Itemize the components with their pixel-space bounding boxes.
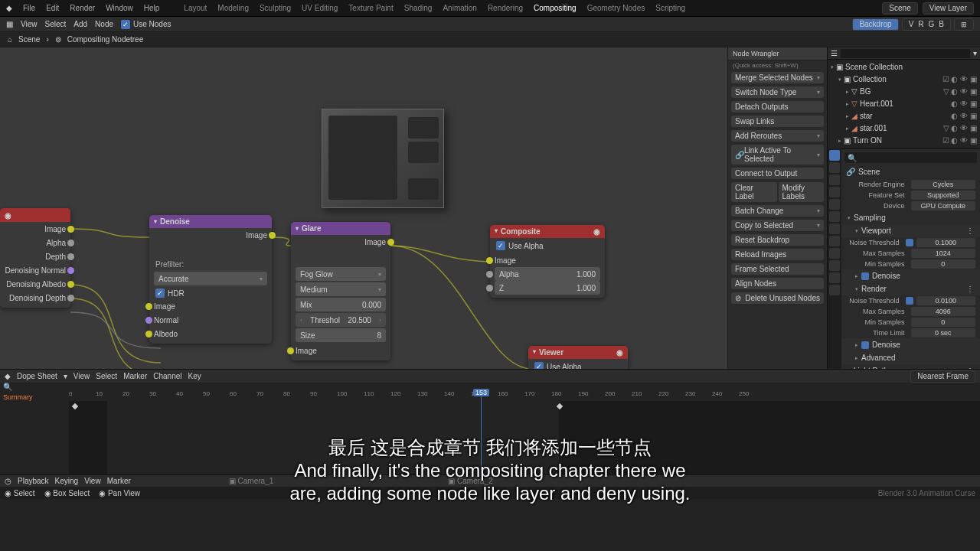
frame-selected[interactable]: Frame Selected xyxy=(731,263,824,275)
denoise-in-normal[interactable]: Normal xyxy=(149,313,272,327)
connect-output[interactable]: Connect to Output xyxy=(731,168,824,179)
summary-label[interactable]: Summary xyxy=(3,393,33,401)
menu-window[interactable]: Window xyxy=(106,4,133,12)
marker-cam1[interactable]: ▣ Camera_1 xyxy=(229,477,273,485)
ds-marker[interactable]: Marker xyxy=(123,372,147,380)
out-dn-normal[interactable]: Denoising Normal xyxy=(0,263,70,277)
breadcrumb-scene[interactable]: Scene xyxy=(18,35,40,44)
sel-box[interactable]: ◉ Box Select xyxy=(44,489,90,497)
use-nodes-checkbox[interactable]: Use Nodes xyxy=(121,20,171,29)
snap-pivot[interactable]: ⊞ xyxy=(954,18,974,31)
ds-key[interactable]: Key xyxy=(188,372,201,380)
device[interactable]: GPU Compute xyxy=(911,201,976,210)
vtab-render[interactable] xyxy=(829,150,840,161)
sampling-section[interactable]: ▾Sampling xyxy=(841,211,980,224)
header-select[interactable]: Select xyxy=(45,20,67,28)
reset-backdrop[interactable]: Reset Backdrop xyxy=(731,234,824,246)
denoise-node[interactable]: ▾Denoise Image Prefilter: Accurate▾ HDR … xyxy=(149,215,272,344)
delete-unused[interactable]: ⊘Delete Unused Nodes xyxy=(731,292,824,304)
composite-alpha[interactable]: Alpha1.000 xyxy=(490,267,605,281)
glare-in-image[interactable]: Image xyxy=(291,344,390,357)
menu-help[interactable]: Help xyxy=(144,4,160,12)
ds-select[interactable]: Select xyxy=(96,372,117,380)
tl-keying[interactable]: Keying xyxy=(55,477,79,485)
link-active[interactable]: 🔗Link Active To Selected▾ xyxy=(731,145,824,165)
tab-layout[interactable]: Layout xyxy=(184,4,207,12)
tab-shading[interactable]: Shading xyxy=(404,4,433,12)
render-section[interactable]: ▾Render⋮ xyxy=(841,282,980,295)
viewlayer-selector[interactable]: View Layer xyxy=(923,2,974,15)
backdrop-toggle[interactable]: Backdrop xyxy=(852,18,898,31)
props-search[interactable]: 🔍 xyxy=(844,152,977,163)
ds-view[interactable]: View xyxy=(74,372,90,380)
denoise-in-image[interactable]: Image xyxy=(149,299,272,313)
viewer-node[interactable]: ▾Viewer◉ Use Alpha xyxy=(528,346,628,369)
menu-render[interactable]: Render xyxy=(70,4,95,12)
header-add[interactable]: Add xyxy=(74,20,87,28)
feature-set[interactable]: Supported xyxy=(911,191,976,200)
denoise-out-image[interactable]: Image xyxy=(149,228,272,242)
scene-selector[interactable]: Scene xyxy=(882,2,917,15)
glare-mix[interactable]: Mix0.000 xyxy=(296,298,386,311)
glare-out-image[interactable]: Image xyxy=(291,235,390,249)
out-image[interactable]: Image xyxy=(0,222,70,236)
batch-change[interactable]: Batch Change▾ xyxy=(731,205,824,217)
marker-cam2[interactable]: ▣ Camera_2 xyxy=(448,477,492,485)
composite-in-image[interactable]: Image xyxy=(490,253,605,267)
glare-node[interactable]: ▾Glare Image Fog Glow▾ Medium▾ Mix0.000 … xyxy=(291,222,390,360)
composite-z[interactable]: Z1.000 xyxy=(490,281,605,295)
tab-scripting[interactable]: Scripting xyxy=(655,4,685,12)
light-paths[interactable]: ▸Light Paths⋮ xyxy=(841,364,980,369)
node-editor[interactable]: ◉ Image Alpha Depth Denoising Normal Den… xyxy=(0,47,727,369)
glare-size[interactable]: Size8 xyxy=(296,328,386,342)
properties-vtabs[interactable] xyxy=(828,148,841,369)
tab-compositing[interactable]: Compositing xyxy=(534,4,577,12)
noise-cb[interactable] xyxy=(906,239,913,246)
channel-buttons[interactable]: VRGB xyxy=(902,18,951,31)
header-view[interactable]: View xyxy=(21,20,38,28)
hdr-checkbox[interactable]: HDR xyxy=(149,287,191,299)
out-dn-depth[interactable]: Denoising Depth xyxy=(0,291,70,305)
modify-labels[interactable]: Modify Labels xyxy=(779,182,825,202)
dopesheet-mode[interactable]: Dope Sheet xyxy=(17,372,57,380)
tab-modeling[interactable]: Modeling xyxy=(217,4,249,12)
tab-geo[interactable]: Geometry Nodes xyxy=(587,4,645,12)
tab-texpaint[interactable]: Texture Paint xyxy=(348,4,393,12)
timeline-icon[interactable]: ◷ xyxy=(5,477,11,485)
menu-file[interactable]: File xyxy=(23,4,35,12)
tl-view[interactable]: View xyxy=(84,477,101,485)
tab-sculpting[interactable]: Sculpting xyxy=(260,4,291,12)
playhead[interactable]: 153 xyxy=(481,390,482,474)
ds-nearest[interactable]: Nearest Frame xyxy=(910,370,975,383)
detach-outputs[interactable]: Detach Outputs xyxy=(731,101,824,112)
viewport-section[interactable]: ▾Viewport⋮ xyxy=(841,224,980,237)
clear-label[interactable]: Clear Label xyxy=(731,182,777,202)
copy-selected[interactable]: Copy to Selected▾ xyxy=(731,220,824,231)
render-layers-node[interactable]: ◉ Image Alpha Depth Denoising Normal Den… xyxy=(0,208,70,308)
prefilter-select[interactable]: Accurate▾ xyxy=(154,272,267,285)
tab-rendering[interactable]: Rendering xyxy=(488,4,523,12)
composite-use-alpha[interactable]: Use Alpha xyxy=(490,238,550,253)
out-dn-albedo[interactable]: Denoising Albedo xyxy=(0,277,70,291)
swap-links[interactable]: Swap Links xyxy=(731,116,824,127)
outliner-icon[interactable]: ☰ xyxy=(831,49,838,57)
reload-images[interactable]: Reload Images xyxy=(731,249,824,260)
glare-quality[interactable]: Medium▾ xyxy=(296,282,386,296)
out-depth[interactable]: Depth xyxy=(0,249,70,263)
sel-pan[interactable]: ◉ Pan View xyxy=(99,489,140,497)
tab-uv[interactable]: UV Editing xyxy=(302,4,338,12)
denoise-section[interactable]: ▸Denoise xyxy=(841,269,980,282)
header-node[interactable]: Node xyxy=(95,20,113,28)
render-engine[interactable]: Cycles xyxy=(911,180,976,189)
filter-icon[interactable]: ▾ xyxy=(973,49,977,57)
tab-animation[interactable]: Animation xyxy=(443,4,476,12)
search-icon[interactable]: 🔍 xyxy=(3,383,12,391)
glare-threshold[interactable]: ‹Threshol20.500› xyxy=(296,313,386,327)
tl-playback[interactable]: Playback xyxy=(18,477,49,485)
align-nodes[interactable]: Align Nodes xyxy=(731,278,824,289)
ds-channel[interactable]: Channel xyxy=(153,372,181,380)
tl-marker[interactable]: Marker xyxy=(107,477,131,485)
editor-type-icon[interactable]: ▦ xyxy=(6,20,13,28)
outliner-search[interactable] xyxy=(841,49,970,58)
outliner-tree[interactable]: ▾▣Scene Collection ▾▣Collection☑ ◐ 👁 ▣ ▸… xyxy=(828,60,980,148)
